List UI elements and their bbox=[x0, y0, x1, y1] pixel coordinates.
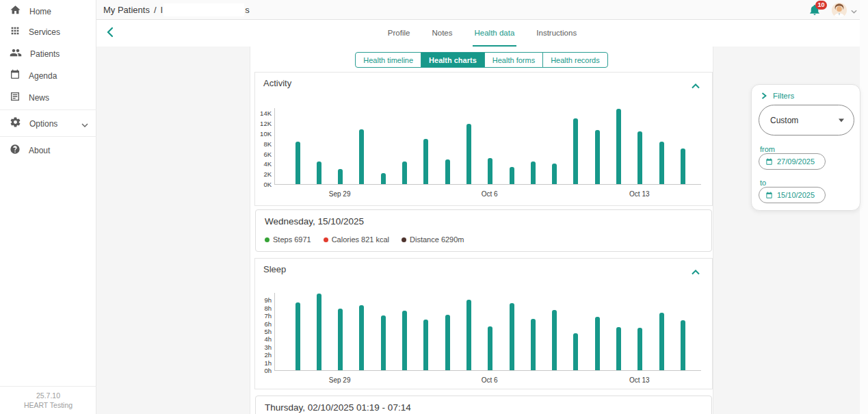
subtab-health-records[interactable]: Health records bbox=[542, 52, 608, 68]
sleep-bar-01/10[interactable] bbox=[381, 315, 386, 370]
activity-bar-11/10[interactable] bbox=[595, 130, 600, 184]
x-tick-label: Oct 6 bbox=[482, 190, 498, 198]
activity-bar-02/10[interactable] bbox=[402, 161, 407, 184]
activity-bar-06/10[interactable] bbox=[488, 158, 492, 184]
subtab-health-timeline[interactable]: Health timeline bbox=[355, 52, 421, 68]
newspaper-icon bbox=[10, 91, 21, 105]
chevron-right-icon bbox=[761, 92, 767, 99]
activity-bar-29/09[interactable] bbox=[338, 169, 343, 184]
sidebar: Home Services Patients Agenda News Optio… bbox=[0, 0, 96, 414]
home-icon bbox=[10, 4, 21, 18]
sleep-bar-02/10[interactable] bbox=[402, 311, 407, 370]
sleep-bar-09/10[interactable] bbox=[552, 310, 557, 370]
scrollbar-track[interactable] bbox=[860, 0, 868, 414]
range-select[interactable]: Custom bbox=[759, 105, 854, 135]
subtab-health-forms[interactable]: Health forms bbox=[484, 52, 543, 68]
sleep-bar-11/10[interactable] bbox=[595, 317, 600, 370]
distance-dot-icon bbox=[402, 237, 406, 242]
sidebar-divider bbox=[0, 136, 96, 137]
filters-label: Filters bbox=[773, 92, 794, 100]
sidebar-item-options[interactable]: Options bbox=[0, 113, 96, 134]
y-tick-label: 12K bbox=[260, 120, 272, 127]
to-date-value: 15/10/2025 bbox=[777, 191, 815, 199]
activity-bar-28/09[interactable] bbox=[317, 161, 321, 184]
calendar-icon bbox=[765, 158, 773, 166]
patient-name-redacted bbox=[163, 3, 244, 16]
y-tick-label: 3h bbox=[264, 344, 272, 350]
sidebar-item-about[interactable]: About bbox=[0, 140, 96, 161]
activity-bar-09/10[interactable] bbox=[552, 164, 557, 184]
help-icon bbox=[10, 144, 21, 157]
y-tick-label: 2K bbox=[263, 171, 272, 177]
activity-bar-27/09[interactable] bbox=[295, 142, 300, 184]
chevron-down-icon bbox=[81, 118, 88, 130]
sidebar-item-label: News bbox=[29, 93, 49, 103]
sleep-bar-06/10[interactable] bbox=[488, 326, 492, 370]
activity-bar-10/10[interactable] bbox=[573, 118, 578, 184]
activity-bar-01/10[interactable] bbox=[381, 173, 386, 184]
chevron-down-icon bbox=[851, 4, 857, 16]
dropdown-caret-icon bbox=[839, 118, 844, 122]
activity-bar-04/10[interactable] bbox=[445, 159, 450, 184]
activity-bar-08/10[interactable] bbox=[531, 161, 536, 184]
sleep-bar-05/10[interactable] bbox=[466, 300, 471, 370]
sleep-bar-27/09[interactable] bbox=[295, 302, 300, 370]
sidebar-item-label: Patients bbox=[30, 49, 60, 59]
activity-bar-15/10[interactable] bbox=[681, 148, 685, 184]
activity-bar-13/10[interactable] bbox=[637, 131, 642, 184]
metric-calories: Calories 821 kcal bbox=[324, 235, 389, 244]
activity-bar-30/09[interactable] bbox=[359, 129, 364, 184]
x-tick-label: Oct 6 bbox=[482, 376, 498, 384]
y-tick-label: 2h bbox=[264, 352, 272, 358]
tab-instructions[interactable]: Instructions bbox=[534, 20, 579, 47]
tab-profile[interactable]: Profile bbox=[386, 20, 412, 47]
sidebar-item-home[interactable]: Home bbox=[0, 1, 96, 22]
gear-icon bbox=[10, 116, 21, 131]
health-data-panel: Health timeline Health charts Health for… bbox=[250, 47, 713, 414]
health-data-subtabs: Health timeline Health charts Health for… bbox=[250, 52, 713, 68]
sleep-x-axis: Sep 29Oct 6Oct 13 bbox=[274, 376, 701, 385]
from-date-button[interactable]: 27/09/2025 bbox=[759, 153, 826, 170]
tab-health-data[interactable]: Health data bbox=[473, 20, 517, 47]
sidebar-item-services[interactable]: Services bbox=[0, 21, 96, 42]
sleep-bar-14/10[interactable] bbox=[659, 313, 664, 370]
activity-bar-12/10[interactable] bbox=[616, 109, 621, 184]
sleep-bar-12/10[interactable] bbox=[616, 327, 621, 370]
sleep-bar-15/10[interactable] bbox=[681, 320, 685, 370]
sidebar-item-label: Options bbox=[29, 119, 57, 129]
collapse-chevron-up-icon[interactable] bbox=[692, 79, 701, 86]
sleep-bar-07/10[interactable] bbox=[510, 303, 514, 370]
calories-dot-icon bbox=[324, 237, 328, 242]
filters-toggle[interactable]: Filters bbox=[761, 92, 794, 100]
sleep-bar-13/10[interactable] bbox=[637, 328, 642, 370]
sleep-bar-28/09[interactable] bbox=[317, 294, 321, 370]
sleep-y-axis: 0h1h2h3h4h5h6h7h8h9h bbox=[257, 293, 272, 371]
subtab-health-charts[interactable]: Health charts bbox=[421, 52, 485, 68]
activity-bar-03/10[interactable] bbox=[423, 139, 428, 184]
sidebar-item-agenda[interactable]: Agenda bbox=[0, 65, 96, 86]
sleep-bar-03/10[interactable] bbox=[423, 320, 428, 370]
breadcrumb[interactable]: My Patients / I s bbox=[103, 3, 250, 16]
app-version: 25.7.10 HEART Testing bbox=[0, 386, 96, 414]
y-tick-label: 4K bbox=[263, 161, 272, 167]
sleep-bar-04/10[interactable] bbox=[445, 315, 450, 370]
to-date-button[interactable]: 15/10/2025 bbox=[759, 187, 826, 203]
collapse-chevron-up-icon[interactable] bbox=[692, 266, 701, 272]
sleep-plot-area bbox=[274, 293, 701, 371]
activity-bar-14/10[interactable] bbox=[659, 142, 664, 184]
tab-notes[interactable]: Notes bbox=[430, 20, 454, 47]
notifications-button[interactable]: 10 bbox=[808, 3, 822, 17]
y-tick-label: 6K bbox=[263, 151, 272, 157]
from-label: from bbox=[760, 145, 775, 153]
breadcrumb-root[interactable]: My Patients bbox=[103, 5, 150, 15]
sidebar-item-news[interactable]: News bbox=[0, 87, 96, 108]
sleep-bar-08/10[interactable] bbox=[531, 319, 536, 370]
sleep-bar-29/09[interactable] bbox=[338, 309, 343, 370]
sidebar-item-patients[interactable]: Patients bbox=[0, 43, 96, 64]
topbar: My Patients / I s 10 bbox=[96, 0, 868, 20]
user-menu[interactable] bbox=[832, 3, 857, 18]
sleep-bar-30/09[interactable] bbox=[359, 305, 364, 370]
activity-bar-07/10[interactable] bbox=[510, 167, 514, 184]
activity-bar-05/10[interactable] bbox=[466, 124, 471, 184]
sleep-bar-10/10[interactable] bbox=[573, 333, 578, 370]
